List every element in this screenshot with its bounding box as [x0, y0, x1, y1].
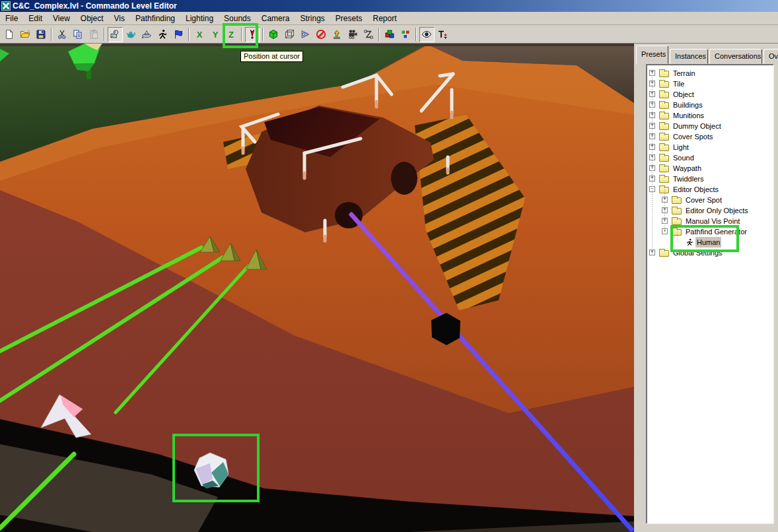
folder-icon: [659, 92, 669, 98]
toolbar-separator: [415, 28, 417, 41]
tree-row-terrain[interactable]: +Terrain: [647, 68, 773, 79]
menu-item-lighting[interactable]: Lighting: [180, 13, 219, 24]
tree-label[interactable]: Editor Objects: [672, 184, 720, 195]
restrict-x-button[interactable]: X: [192, 27, 207, 42]
scene-camera-button[interactable]: [108, 27, 123, 42]
menu-item-view[interactable]: View: [48, 13, 75, 24]
toolbar: XYZ: [0, 26, 778, 44]
copy-button[interactable]: [71, 27, 86, 42]
folder-icon: [659, 113, 669, 119]
cut-icon: [57, 29, 67, 40]
folder-icon: [659, 102, 669, 109]
folder-icon: [672, 218, 682, 225]
tab-conversations[interactable]: Conversations: [709, 49, 762, 64]
text-labels-button[interactable]: [435, 27, 450, 42]
tree-label[interactable]: Light: [672, 142, 690, 152]
flag-marker-button[interactable]: [171, 27, 186, 42]
camera-dolly-icon: [347, 29, 358, 40]
menu-item-report[interactable]: Report: [368, 13, 402, 24]
tree-row-object[interactable]: +Object: [647, 89, 773, 100]
vis-points-button[interactable]: [298, 27, 313, 42]
folder-icon: [659, 71, 669, 77]
tree-label[interactable]: Object: [672, 89, 695, 100]
tree-row-twiddlers[interactable]: +Twiddlers: [647, 174, 773, 184]
menu-item-presets[interactable]: Presets: [330, 13, 368, 24]
tree-label[interactable]: Editor Only Objects: [684, 205, 750, 216]
tree-label[interactable]: Sound: [672, 152, 695, 163]
object-palette-button[interactable]: [382, 27, 398, 42]
rgb-squares-icon: [400, 29, 411, 40]
menu-bar: FileEditViewObjectVisPathfindingLighting…: [0, 12, 778, 25]
tab-instances[interactable]: Instances: [670, 49, 708, 64]
tree-row-editor-only-objects[interactable]: +Editor Only Objects: [647, 205, 773, 216]
open-file-button[interactable]: [18, 27, 33, 42]
tree-label[interactable]: Waypath: [672, 163, 703, 174]
tree-label[interactable]: Buildings: [672, 100, 704, 110]
tree-label[interactable]: Cover Spots: [672, 131, 715, 142]
tooltip: Position at cursor: [240, 51, 303, 62]
solid-view-button[interactable]: [266, 27, 281, 42]
tree-row-light[interactable]: +Light: [647, 142, 773, 152]
camera-path-button[interactable]: [345, 27, 361, 42]
menu-item-pathfinding[interactable]: Pathfinding: [130, 13, 180, 24]
menu-item-vis[interactable]: Vis: [109, 13, 130, 24]
color-swatches-button[interactable]: [398, 27, 413, 42]
waypath-tool-button[interactable]: [361, 27, 376, 42]
vis-point-icon: [300, 29, 310, 40]
new-file-icon: [4, 29, 15, 40]
viewport-3d[interactable]: [0, 44, 634, 532]
tree-connector-line: [652, 73, 653, 255]
tree-label[interactable]: Twiddlers: [672, 174, 705, 184]
copy-icon: [73, 29, 83, 40]
tree-row-tile[interactable]: +Tile: [647, 79, 773, 89]
menu-item-edit[interactable]: Edit: [23, 13, 48, 24]
tree-label[interactable]: Dummy Object: [672, 121, 723, 131]
restrict-y-button[interactable]: Y: [208, 27, 223, 42]
wire-cube-icon: [284, 29, 295, 40]
title-bar[interactable]: C&C_Complex.lvl - Commando Level Editor: [0, 0, 778, 12]
restrict-x-label: X: [197, 30, 203, 40]
folder-icon: [672, 197, 682, 204]
tree-label[interactable]: Terrain: [672, 68, 697, 79]
tree-row-munitions[interactable]: +Munitions: [647, 110, 773, 121]
toolbar-separator: [104, 28, 105, 41]
eye-icon: [421, 29, 432, 40]
menu-item-camera[interactable]: Camera: [256, 13, 295, 24]
new-file-button[interactable]: [2, 27, 17, 42]
toggle-visibility-button[interactable]: [419, 27, 435, 42]
tree-row-cover-spot[interactable]: +Cover Spot: [647, 195, 773, 205]
wireframe-view-button[interactable]: [282, 27, 297, 42]
cut-button[interactable]: [55, 27, 70, 42]
preset-tree[interactable]: +Terrain+Tile+Object+Buildings+Munitions…: [647, 65, 773, 523]
render-options-button[interactable]: [124, 27, 139, 42]
walkthrough-mode-button[interactable]: [155, 27, 170, 42]
tree-label[interactable]: Tile: [672, 79, 686, 89]
tree-row-waypath[interactable]: +Waypath: [647, 163, 773, 174]
rgb-cubes-icon: [384, 29, 395, 40]
app-window: C&C_Complex.lvl - Commando Level Editor …: [0, 0, 778, 532]
menu-item-strings[interactable]: Strings: [295, 13, 330, 24]
scene-camera-icon: [110, 29, 120, 40]
folder-icon: [659, 166, 669, 172]
tab-over[interactable]: Over: [763, 49, 778, 64]
no-edit-icon: [316, 29, 326, 40]
menu-item-file[interactable]: File: [0, 13, 23, 24]
menu-item-object[interactable]: Object: [75, 13, 109, 24]
tree-row-editor-objects[interactable]: -Editor Objects: [647, 184, 773, 195]
runner-icon: [157, 29, 168, 40]
tree-row-sound[interactable]: +Sound: [647, 152, 773, 163]
tree-row-cover-spots[interactable]: +Cover Spots: [647, 131, 773, 142]
orbit-camera-button[interactable]: [139, 27, 155, 42]
solid-cube-icon: [268, 29, 279, 40]
move-to-top-button[interactable]: [330, 27, 345, 42]
save-file-button[interactable]: [34, 27, 49, 42]
lock-editing-button[interactable]: [314, 27, 329, 42]
to-top-icon: [332, 29, 342, 40]
tab-presets[interactable]: Presets: [636, 46, 668, 64]
tree-label[interactable]: Cover Spot: [684, 195, 723, 205]
tree-label[interactable]: Munitions: [672, 110, 705, 121]
menu-item-sounds[interactable]: Sounds: [219, 13, 256, 24]
tree-row-buildings[interactable]: +Buildings: [647, 100, 773, 110]
tree-row-dummy-object[interactable]: +Dummy Object: [647, 121, 773, 131]
paste-button[interactable]: [87, 27, 102, 42]
